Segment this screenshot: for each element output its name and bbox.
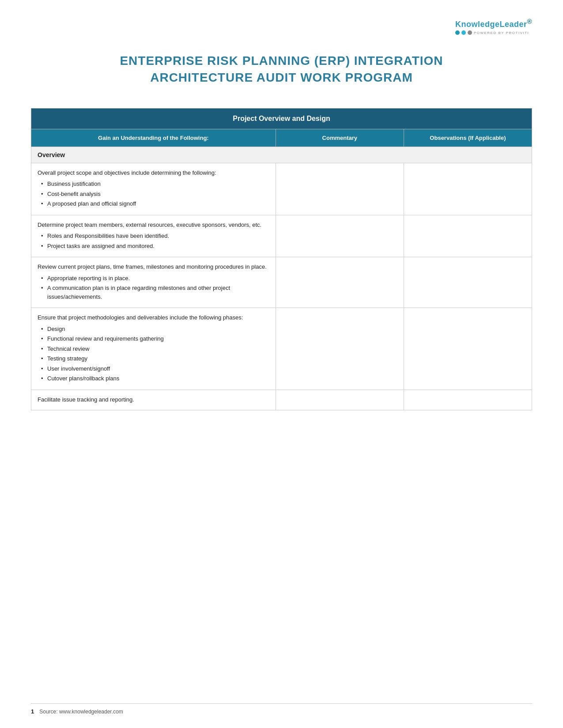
audit-table: Project Overview and Design Gain an Unde… [31,108,532,411]
list-item: Functional review and requirements gathe… [39,334,269,343]
logo-area: KnowledgeLeader® POWERED BY PROTIVITI [31,18,532,35]
logo-dots: POWERED BY PROTIVITI [455,30,532,35]
list-item: Testing strategy [39,354,269,363]
list-item: Cutover plans/rollback plans [39,374,269,383]
commentary-cell-3 [276,257,404,308]
logo-sub: POWERED BY PROTIVITI [474,31,529,35]
observations-cell-4 [404,308,532,390]
col-header-3: Observations (If Applicable) [404,129,532,146]
commentary-cell-2 [276,215,404,257]
observations-cell-5 [404,390,532,410]
section-heading-row: Overview [31,146,532,163]
description-cell-2: Determine project team members, external… [31,215,276,257]
table-row: Review current project plans, time frame… [31,257,532,308]
row4-intro: Ensure that project methodologies and de… [38,313,269,322]
list-item: A proposed plan and official signoff [39,199,269,208]
logo-brand: KnowledgeLeader® [455,18,532,29]
footer-source: Source: www.knowledgeleader.com [39,709,123,715]
row5-intro: Facilitate issue tracking and reporting. [38,395,269,404]
row3-intro: Review current project plans, time frame… [38,263,269,271]
commentary-cell-4 [276,308,404,390]
list-item: Project tasks are assigned and monitored… [39,242,269,251]
row4-bullets: Design Functional review and requirement… [38,325,269,383]
table-row: Facilitate issue tracking and reporting. [31,390,532,410]
commentary-cell-1 [276,163,404,215]
observations-cell-3 [404,257,532,308]
dot-teal-icon [455,30,460,35]
description-cell-3: Review current project plans, time frame… [31,257,276,308]
table-row: Ensure that project methodologies and de… [31,308,532,390]
observations-cell-1 [404,163,532,215]
title-line2: ARCHITECTURE AUDIT WORK PROGRAM [150,71,413,84]
row1-intro: Overall project scope and objectives inc… [38,169,269,177]
description-cell-5: Facilitate issue tracking and reporting. [31,390,276,410]
main-title: ENTERPRISE RISK PLANNING (ERP) INTEGRATI… [31,53,532,86]
description-cell-1: Overall project scope and objectives inc… [31,163,276,215]
col-header-1: Gain an Understanding of the Following: [31,129,276,146]
list-item: User involvement/signoff [39,364,269,373]
dot-teal2-icon [461,30,466,35]
row3-bullets: Appropriate reporting is in place. A com… [38,274,269,301]
row2-bullets: Roles and Responsibilities have been ide… [38,232,269,250]
table-section-header-row: Project Overview and Design [31,108,532,129]
table-row: Overall project scope and objectives inc… [31,163,532,215]
list-item: Business justification [39,180,269,188]
table-row: Determine project team members, external… [31,215,532,257]
list-item: Roles and Responsibilities have been ide… [39,232,269,240]
dot-gray-icon [468,30,472,35]
logo-text-part1: Knowledge [455,20,500,29]
table-section-header-cell: Project Overview and Design [31,108,532,129]
list-item: Technical review [39,345,269,353]
list-item: A communication plan is in place regardi… [39,284,269,301]
col-headers-row: Gain an Understanding of the Following: … [31,129,532,146]
list-item: Appropriate reporting is in place. [39,274,269,283]
row1-bullets: Business justification Cost-benefit anal… [38,180,269,208]
col-header-2: Commentary [276,129,404,146]
footer: 1 Source: www.knowledgeleader.com [31,703,532,715]
title-line1: ENTERPRISE RISK PLANNING (ERP) INTEGRATI… [120,54,443,68]
logo-trademark: ® [527,18,532,25]
list-item: Design [39,325,269,334]
description-cell-4: Ensure that project methodologies and de… [31,308,276,390]
commentary-cell-5 [276,390,404,410]
logo-text-part2: Leader [499,20,527,29]
row2-intro: Determine project team members, external… [38,221,269,229]
footer-page-number: 1 [31,708,34,715]
list-item: Cost-benefit analysis [39,190,269,199]
observations-cell-2 [404,215,532,257]
section-heading-cell: Overview [31,146,532,163]
